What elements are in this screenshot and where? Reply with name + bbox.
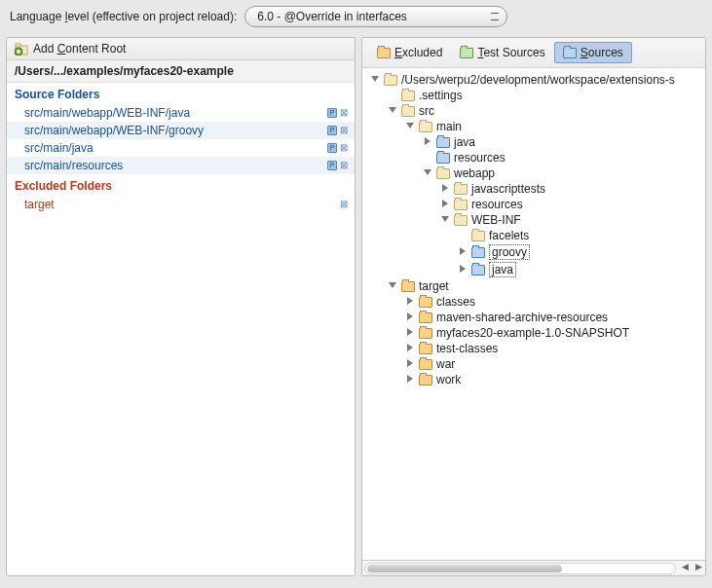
source-folder-label: src/main/webapp/WEB-INF/java (24, 106, 190, 120)
folder-excluded-icon (419, 359, 432, 370)
scroll-right-icon[interactable]: ▶ (692, 562, 705, 575)
tree-node[interactable]: .settings (386, 88, 703, 103)
tree-node[interactable]: WEB-INF (438, 212, 703, 228)
disclosure-triangle-icon[interactable] (440, 200, 450, 209)
tree-node[interactable]: war (403, 356, 703, 372)
disclosure-triangle-icon[interactable] (458, 265, 468, 275)
tree-node[interactable]: work (403, 372, 703, 387)
properties-badge-icon[interactable]: P (327, 143, 337, 153)
excluded-folder-row[interactable]: target ⊠ (7, 196, 355, 213)
source-folder-label: src/main/webapp/WEB-INF/groovy (24, 124, 204, 137)
folder-excluded-icon (419, 344, 432, 354)
tree-label: javascripttests (471, 182, 545, 196)
disclosure-triangle-icon[interactable] (458, 247, 468, 257)
language-level-combo[interactable]: 6.0 - @Override in interfaces (244, 6, 507, 27)
properties-badge-icon[interactable]: P (327, 126, 337, 135)
folder-source-icon (563, 48, 577, 58)
source-folder-row[interactable]: src/main/resources P⊠ (7, 157, 355, 174)
excluded-folders-header: Excluded Folders (7, 174, 355, 196)
tree-label: /Users/werpu2/development/workspace/exte… (401, 73, 675, 87)
tree-label: facelets (489, 229, 529, 242)
tree-node[interactable]: resources (438, 197, 703, 212)
disclosure-triangle-icon[interactable] (440, 184, 450, 194)
remove-icon[interactable]: ⊠ (339, 126, 349, 135)
disclosure-triangle-icon[interactable] (440, 215, 450, 225)
remove-icon[interactable]: ⊠ (339, 143, 349, 153)
tree-label: myfaces20-example-1.0-SNAPSHOT (436, 326, 629, 340)
disclosure-triangle-icon[interactable] (405, 344, 415, 353)
disclosure-triangle-icon[interactable] (370, 75, 380, 85)
tree-node-root[interactable]: /Users/werpu2/development/workspace/exte… (368, 72, 703, 88)
folder-source-icon (471, 265, 485, 276)
disclosure-triangle-icon[interactable] (423, 168, 432, 178)
tree-node[interactable]: groovy (456, 243, 703, 261)
directory-tree-panel: Excluded Test Sources Sources /Users (361, 37, 706, 576)
tab-sources[interactable]: Sources (554, 42, 632, 63)
folder-icon (454, 215, 468, 226)
excluded-folder-label: target (24, 198, 55, 211)
folder-icon (401, 106, 415, 117)
tab-excluded[interactable]: Excluded (368, 42, 451, 63)
disclosure-triangle-icon[interactable] (405, 312, 415, 322)
tree-label: resources (471, 198, 523, 211)
source-folder-row[interactable]: src/main/webapp/WEB-INF/java P⊠ (7, 104, 355, 122)
tree-node[interactable]: java (421, 134, 703, 150)
tree-label: WEB-INF (471, 213, 521, 227)
tree-node[interactable]: test-classes (403, 341, 703, 356)
remove-icon[interactable]: ⊠ (339, 108, 349, 118)
tree-node[interactable]: target (386, 278, 703, 294)
tree-label: src (419, 104, 434, 118)
disclosure-triangle-icon[interactable] (405, 375, 415, 385)
tree-node[interactable]: myfaces20-example-1.0-SNAPSHOT (403, 325, 703, 341)
add-content-root-header[interactable]: Add Content Root (7, 38, 355, 60)
tree-label: classes (436, 295, 475, 309)
tree-node[interactable]: java (456, 261, 703, 278)
language-level-value: 6.0 - @Override in interfaces (257, 10, 407, 23)
scrollbar-track[interactable] (364, 563, 676, 574)
add-content-root-icon (15, 42, 28, 55)
scrollbar-thumb[interactable] (367, 565, 562, 572)
disclosure-triangle-icon[interactable] (405, 328, 415, 338)
content-root-path[interactable]: /Users/.../examples/myfaces20-example (7, 60, 355, 83)
tree-label-selected: groovy (489, 244, 530, 260)
source-folder-row[interactable]: src/main/java P⊠ (7, 139, 355, 157)
tree-node[interactable]: maven-shared-archive-resources (403, 310, 703, 325)
properties-badge-icon[interactable]: P (327, 161, 337, 170)
source-folder-row[interactable]: src/main/webapp/WEB-INF/groovy P⊠ (7, 122, 355, 139)
scroll-left-icon[interactable]: ◀ (678, 562, 692, 575)
disclosure-triangle-icon[interactable] (388, 106, 397, 116)
tree-node[interactable]: main (403, 119, 703, 134)
disclosure-triangle-icon[interactable] (405, 122, 415, 131)
tree-label: java (454, 135, 475, 149)
folder-icon (471, 231, 485, 241)
folder-icon (454, 184, 468, 195)
directory-tree[interactable]: /Users/werpu2/development/workspace/exte… (362, 68, 705, 560)
remove-icon[interactable]: ⊠ (339, 200, 349, 209)
disclosure-triangle-icon[interactable] (423, 137, 432, 147)
tree-node[interactable]: webapp (421, 165, 703, 181)
tab-test-sources[interactable]: Test Sources (451, 42, 553, 63)
folder-excluded-icon (419, 328, 432, 339)
folder-icon (384, 75, 397, 86)
tree-label: war (436, 357, 455, 371)
tree-node[interactable]: resources (421, 150, 703, 165)
folder-source-icon (436, 153, 450, 164)
folder-icon (454, 200, 468, 210)
language-level-label: Language level (effective on project rel… (10, 10, 237, 23)
tree-node[interactable]: facelets (456, 228, 703, 243)
tree-label: work (436, 373, 461, 386)
svg-rect-1 (16, 44, 20, 47)
tree-label: webapp (454, 166, 495, 180)
disclosure-triangle-icon[interactable] (405, 297, 415, 307)
tree-node[interactable]: src (386, 103, 703, 119)
properties-badge-icon[interactable]: P (327, 108, 337, 118)
tree-label: test-classes (436, 342, 498, 355)
tree-node[interactable]: classes (403, 294, 703, 310)
tree-node[interactable]: javascripttests (438, 181, 703, 197)
folder-icon (401, 91, 415, 101)
horizontal-scrollbar[interactable]: ◀ ▶ (362, 560, 705, 575)
disclosure-triangle-icon[interactable] (405, 359, 415, 369)
remove-icon[interactable]: ⊠ (339, 161, 349, 170)
folder-excluded-icon (419, 312, 432, 323)
disclosure-triangle-icon[interactable] (388, 281, 397, 291)
